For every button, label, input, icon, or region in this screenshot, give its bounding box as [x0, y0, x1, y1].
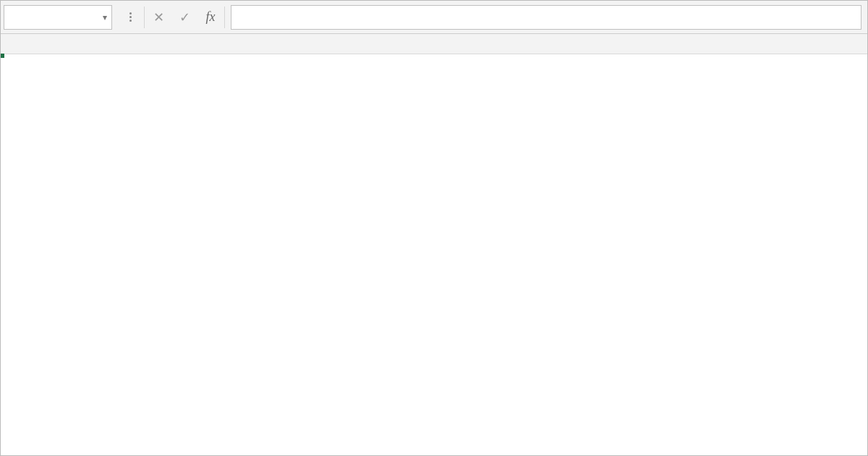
expand-icon[interactable] — [118, 5, 142, 30]
formula-bar-buttons: ✕ ✓ fx — [118, 5, 225, 30]
formula-bar: ▾ ✕ ✓ fx — [1, 1, 867, 34]
enter-icon[interactable]: ✓ — [172, 5, 197, 30]
separator — [224, 7, 225, 28]
formula-bar-spacer — [1, 34, 867, 54]
name-box-dropdown-icon[interactable]: ▾ — [103, 12, 107, 22]
cancel-icon[interactable]: ✕ — [146, 5, 171, 30]
name-box[interactable]: ▾ — [4, 5, 112, 30]
fx-icon[interactable]: fx — [198, 5, 223, 30]
active-cell-outline — [1, 54, 4, 57]
separator — [144, 7, 145, 28]
formula-input[interactable] — [231, 5, 861, 30]
